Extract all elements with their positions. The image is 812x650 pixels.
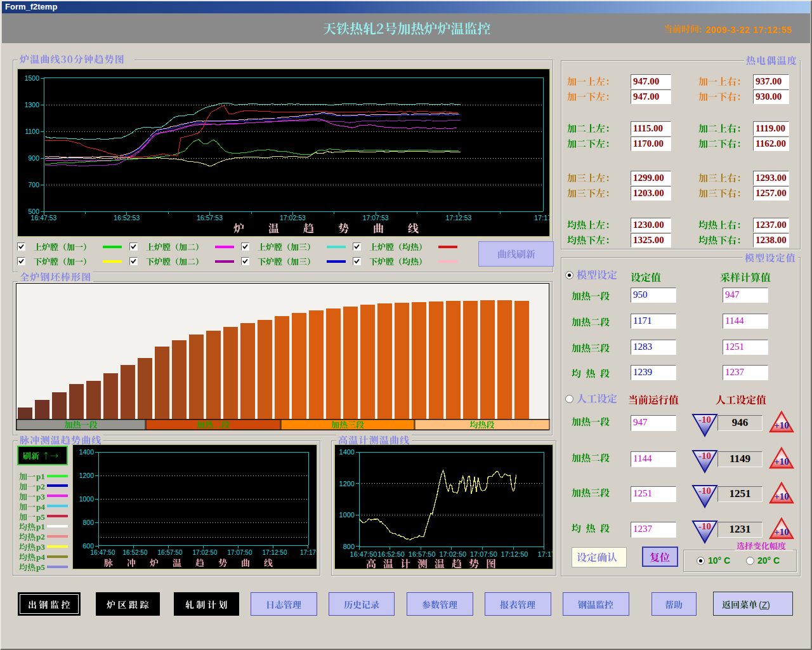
svg-text:17:12:50: 17:12:50 (501, 550, 528, 558)
svg-text:16:52:53: 16:52:53 (114, 214, 140, 222)
svg-text:1000: 1000 (79, 495, 95, 503)
svg-text:1500: 1500 (25, 74, 40, 82)
svg-text:16:47:50: 16:47:50 (91, 549, 115, 556)
svg-text:17:07:53: 17:07:53 (363, 214, 389, 222)
svg-text:1400: 1400 (79, 448, 95, 456)
svg-text:16:57:53: 16:57:53 (197, 214, 223, 222)
svg-text:900: 900 (28, 154, 39, 162)
svg-text:17:17:5: 17:17:5 (300, 549, 317, 556)
svg-text:17:12:50: 17:12:50 (263, 549, 287, 556)
svg-text:700: 700 (28, 181, 39, 189)
svg-text:16:57:50: 16:57:50 (158, 549, 183, 556)
svg-text:16:52:50: 16:52:50 (377, 550, 405, 558)
svg-text:17:02:50: 17:02:50 (193, 549, 218, 556)
svg-text:16:47:53: 16:47:53 (31, 214, 57, 222)
svg-text:16:57:50: 16:57:50 (409, 550, 436, 558)
svg-text:16:52:50: 16:52:50 (123, 549, 148, 556)
svg-text:1200: 1200 (339, 480, 355, 488)
svg-text:16:47:50: 16:47:50 (350, 550, 377, 558)
svg-text:17:02:53: 17:02:53 (280, 214, 306, 222)
svg-text:17:17:: 17:17: (534, 214, 549, 222)
svg-text:17:07:50: 17:07:50 (470, 550, 497, 558)
svg-text:17:07:50: 17:07:50 (228, 549, 252, 556)
svg-text:1300: 1300 (25, 101, 40, 109)
svg-text:17:12:53: 17:12:53 (446, 214, 472, 222)
svg-text:17:02:50: 17:02:50 (439, 550, 466, 558)
svg-text:800: 800 (82, 519, 94, 526)
svg-text:800: 800 (343, 543, 355, 550)
svg-text:1200: 1200 (79, 472, 95, 479)
svg-text:17:17:: 17:17: (538, 550, 553, 558)
svg-text:1400: 1400 (339, 448, 355, 456)
svg-text:1100: 1100 (25, 128, 39, 135)
svg-text:1000: 1000 (339, 511, 355, 519)
